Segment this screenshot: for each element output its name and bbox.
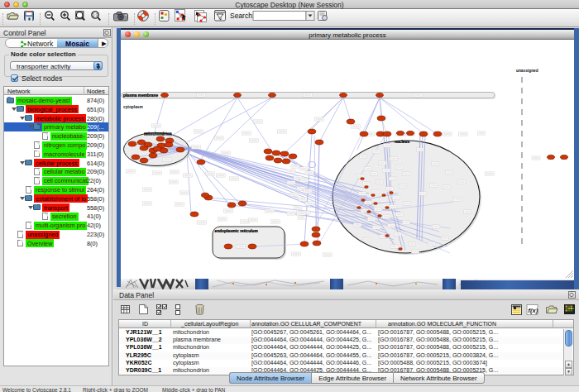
svg-text:Search:: Search:	[230, 12, 254, 20]
svg-text:mitochondrion: mitochondrion	[144, 132, 172, 136]
svg-text:nucleus: nucleus	[395, 140, 409, 144]
svg-text:endoplasmic reticulum: endoplasmic reticulum	[215, 229, 258, 233]
svg-text:1:1: 1:1	[93, 13, 98, 17]
svg-text:plasma membrane: plasma membrane	[123, 93, 158, 98]
svg-text:unassigned: unassigned	[516, 69, 538, 73]
svg-text:f(x): f(x)	[529, 307, 538, 314]
svg-text:cytoplasm: cytoplasm	[123, 105, 143, 109]
